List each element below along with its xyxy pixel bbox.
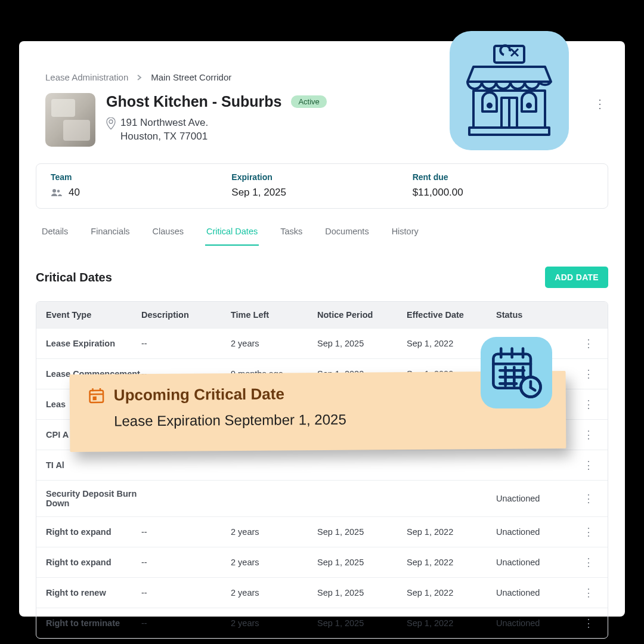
cell-status: Unactioned: [496, 558, 574, 567]
summary-card: Team 40 Expiration Sep 1, 2025 Rent due …: [36, 163, 608, 209]
row-menu-button[interactable]: ⋮: [574, 428, 603, 441]
tab-details[interactable]: Details: [41, 221, 69, 246]
svg-point-0: [52, 189, 56, 193]
cell-event: TI Al: [46, 460, 141, 470]
breadcrumb-parent[interactable]: Lease Administration: [45, 72, 128, 82]
cell-event: Right to terminate: [46, 618, 141, 628]
section-header: Critical Dates ADD DATE: [36, 267, 608, 288]
summary-expiration-label: Expiration: [231, 172, 412, 182]
storefront-icon: [450, 31, 569, 150]
cell-effective-date: Sep 1, 2022: [407, 527, 496, 537]
people-icon: [51, 188, 63, 197]
tab-critical-dates[interactable]: Critical Dates: [205, 221, 259, 246]
svg-rect-2: [89, 390, 103, 402]
summary-team-label: Team: [51, 172, 231, 182]
cell-description: --: [141, 588, 231, 597]
chevron-right-icon: [137, 75, 143, 80]
table-row: Right to expand--2 yearsSep 1, 2025Sep 1…: [36, 547, 608, 577]
header-menu-button[interactable]: ⋮: [592, 95, 608, 112]
row-menu-button[interactable]: ⋮: [574, 586, 603, 599]
tab-history[interactable]: History: [391, 221, 420, 246]
table-header: Event Type Description Time Left Notice …: [36, 302, 608, 328]
section-title: Critical Dates: [36, 271, 112, 284]
tab-tasks[interactable]: Tasks: [279, 221, 304, 246]
row-menu-button[interactable]: ⋮: [574, 525, 603, 538]
table-row: Right to expand--2 yearsSep 1, 2025Sep 1…: [36, 516, 608, 547]
cell-description: --: [141, 558, 231, 567]
calendar-clock-icon: [481, 337, 552, 408]
tab-financials[interactable]: Financials: [89, 221, 131, 246]
summary-team-value: 40: [69, 187, 80, 199]
cell-status: Unactioned: [496, 527, 574, 537]
col-status: Status: [496, 310, 574, 320]
cell-event: Security Deposit Burn Down: [46, 489, 141, 508]
row-menu-button[interactable]: ⋮: [574, 617, 603, 630]
summary-rent-label: Rent due: [413, 172, 593, 182]
cell-status: Unactioned: [496, 494, 574, 503]
calendar-alert-icon: [88, 386, 106, 404]
table-row: Security Deposit Burn DownUnactioned⋮: [36, 480, 608, 516]
cell-effective-date: Sep 1, 2022: [407, 618, 496, 628]
svg-point-11: [488, 104, 491, 107]
address-line1: 191 Northwest Ave.: [120, 117, 208, 128]
add-date-button[interactable]: ADD DATE: [545, 267, 608, 288]
svg-point-1: [57, 190, 60, 192]
cell-time-left: 2 years: [231, 588, 317, 597]
map-pin-icon: [106, 117, 116, 129]
cell-event: Right to expand: [46, 558, 141, 567]
table-row: Right to terminate--2 yearsSep 1, 2025Se…: [36, 608, 608, 638]
cell-status: Unactioned: [496, 588, 574, 597]
tab-documents[interactable]: Documents: [324, 221, 370, 246]
row-menu-button[interactable]: ⋮: [574, 398, 603, 411]
cell-notice-period: Sep 1, 2025: [317, 588, 407, 597]
svg-point-12: [527, 104, 531, 107]
cell-time-left: 2 years: [231, 558, 317, 567]
notice-title: Upcoming Critical Date: [114, 385, 284, 404]
summary-expiration-value: Sep 1, 2025: [231, 187, 412, 199]
row-menu-button[interactable]: ⋮: [574, 367, 603, 380]
tabs: Details Financials Clauses Critical Date…: [41, 221, 608, 246]
cell-effective-date: Sep 1, 2022: [407, 558, 496, 567]
svg-rect-13: [469, 128, 549, 135]
tab-clauses[interactable]: Clauses: [151, 221, 185, 246]
col-notice-period: Notice Period: [317, 310, 407, 320]
lease-address: 191 Northwest Ave. Houston, TX 77001: [106, 116, 327, 144]
summary-rent-value: $11,000.00: [413, 187, 593, 199]
cell-notice-period: Sep 1, 2025: [317, 339, 407, 348]
cell-time-left: 2 years: [231, 527, 317, 537]
col-time-left: Time Left: [231, 310, 317, 320]
col-description: Description: [141, 310, 231, 320]
breadcrumb-current[interactable]: Main Street Corridor: [151, 72, 231, 82]
cell-notice-period: Sep 1, 2025: [317, 558, 407, 567]
cell-notice-period: Sep 1, 2025: [317, 618, 407, 628]
row-menu-button[interactable]: ⋮: [574, 459, 603, 472]
cell-notice-period: Sep 1, 2025: [317, 527, 407, 537]
cell-effective-date: Sep 1, 2022: [407, 588, 496, 597]
table-row: TI Al⋮: [36, 450, 608, 480]
row-menu-button[interactable]: ⋮: [574, 337, 603, 350]
cell-time-left: 2 years: [231, 339, 317, 348]
col-effective-date: Effective Date: [407, 310, 496, 320]
lease-title: Ghost Kitchen - Suburbs: [106, 93, 281, 110]
address-line2: Houston, TX 77001: [120, 131, 208, 142]
cell-event: Right to renew: [46, 588, 141, 597]
svg-rect-4: [93, 396, 97, 400]
table-row: Right to renew--2 yearsSep 1, 2025Sep 1,…: [36, 577, 608, 608]
cell-event: Lease Expiration: [46, 339, 141, 348]
row-menu-button[interactable]: ⋮: [574, 492, 603, 505]
notice-body: Lease Expiration September 1, 2025: [114, 410, 548, 429]
row-menu-button[interactable]: ⋮: [574, 556, 603, 569]
cell-status: Unactioned: [496, 618, 574, 628]
status-badge: Active: [291, 95, 326, 108]
col-event-type: Event Type: [46, 310, 141, 320]
cell-description: --: [141, 618, 231, 628]
cell-event: Right to expand: [46, 527, 141, 537]
lease-thumbnail: [45, 93, 95, 147]
cell-description: --: [141, 527, 231, 537]
cell-description: --: [141, 339, 231, 348]
cell-time-left: 2 years: [231, 618, 317, 628]
